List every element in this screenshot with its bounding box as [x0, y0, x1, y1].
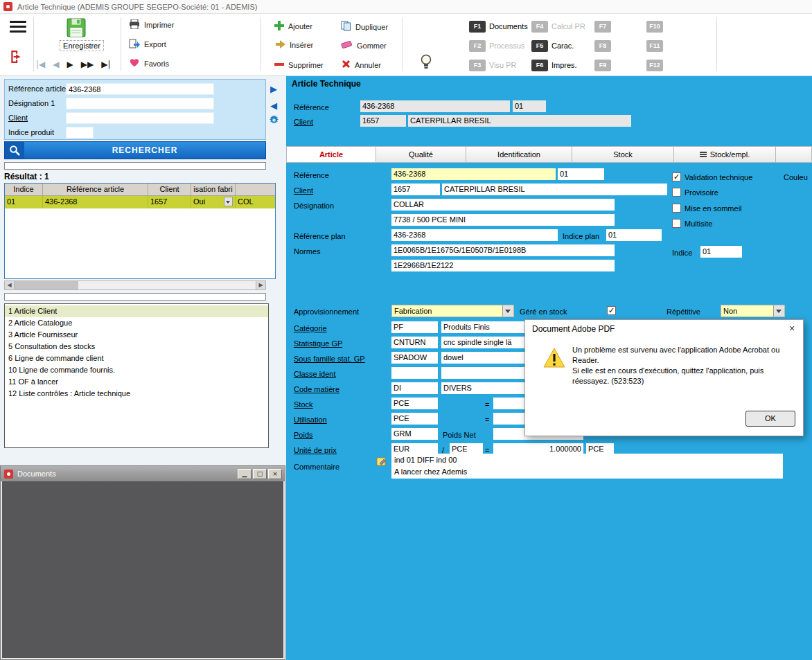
- scroll-right-icon[interactable]: ▶: [256, 281, 265, 289]
- fkey-f5[interactable]: F5: [531, 40, 548, 52]
- nav-last-button[interactable]: ▶|: [101, 60, 110, 69]
- utilisation-link[interactable]: Utilisation: [294, 414, 327, 426]
- fkey-f12[interactable]: F12: [646, 60, 663, 71]
- fkey-f7[interactable]: F7: [594, 21, 611, 33]
- dialog-close-icon[interactable]: ×: [781, 320, 803, 337]
- couleur-label[interactable]: Couleu: [784, 172, 808, 184]
- fkey-f10[interactable]: F10: [646, 21, 663, 33]
- sous-famille-link[interactable]: Sous famille stat. GP: [294, 353, 365, 365]
- cell-extra[interactable]: COL: [236, 196, 275, 208]
- ok-button[interactable]: OK: [745, 411, 795, 427]
- cell-fabrication-combo[interactable]: Oui: [191, 196, 236, 208]
- nav-fast-button[interactable]: ▶▶: [81, 60, 94, 69]
- results-hscrollbar[interactable]: ◀ ▶: [4, 280, 266, 290]
- menu-icon[interactable]: [10, 21, 28, 35]
- search-indice-input[interactable]: [66, 127, 94, 139]
- sous-famille-code-field[interactable]: SPADOW: [391, 352, 438, 364]
- search-button[interactable]: RECHERCHER: [4, 141, 266, 159]
- list-item[interactable]: 11 OF à lancer: [5, 376, 268, 388]
- categorie-code-field[interactable]: PF: [391, 321, 438, 333]
- validation-checkbox[interactable]: ✓: [672, 172, 681, 181]
- scroll-left-icon[interactable]: ◀: [5, 281, 15, 289]
- col-fabrication[interactable]: isation fabri: [191, 184, 236, 196]
- appro-combo[interactable]: Fabrication: [391, 305, 514, 317]
- gere-stock-checkbox[interactable]: ✓: [607, 306, 616, 315]
- scroll-thumb[interactable]: [15, 281, 78, 289]
- cell-indice[interactable]: 01: [5, 196, 43, 208]
- top-client-name-field[interactable]: CATERPILLAR BRESIL: [408, 115, 631, 127]
- splitter-strip[interactable]: [4, 293, 266, 301]
- note-icon[interactable]: [376, 456, 387, 468]
- dropdown-arrow-icon[interactable]: [224, 197, 233, 206]
- top-client-code-field[interactable]: 1657: [360, 115, 406, 127]
- dropdown-arrow-icon[interactable]: [773, 305, 784, 316]
- list-item[interactable]: 6 Ligne de commande client: [5, 353, 268, 364]
- print-button[interactable]: Imprimer: [129, 19, 174, 30]
- col-reference[interactable]: Référence article: [43, 184, 148, 196]
- splitter-strip[interactable]: [4, 162, 266, 170]
- form-normes2-field[interactable]: 1E2966B/1E2122: [391, 260, 615, 271]
- top-client-link[interactable]: Client: [294, 116, 313, 128]
- list-item[interactable]: 5 Consultation des stocks: [5, 341, 268, 353]
- search-client-input[interactable]: [66, 112, 214, 124]
- export-button[interactable]: Export: [129, 39, 166, 50]
- save-icon[interactable]: [67, 18, 86, 39]
- form-indice-plan-field[interactable]: 01: [606, 229, 662, 241]
- form-designation1-field[interactable]: COLLAR: [391, 199, 615, 211]
- commentaire-field[interactable]: ind 01 DIFF ind 00 A lancer chez Ademis: [391, 454, 783, 479]
- classe-ident-link[interactable]: Classe ident: [294, 368, 336, 380]
- unite-prix-link[interactable]: Unité de prix: [294, 445, 337, 456]
- categorie-link[interactable]: Catégorie: [294, 323, 327, 335]
- minimize-icon[interactable]: ▁: [238, 469, 251, 479]
- search-client-link[interactable]: Client: [8, 112, 28, 124]
- exit-icon[interactable]: [9, 50, 23, 65]
- close-icon[interactable]: ×: [268, 469, 282, 479]
- dropdown-arrow-icon[interactable]: [502, 305, 513, 316]
- save-button[interactable]: Enregistrer: [53, 42, 111, 50]
- cell-client[interactable]: 1657: [148, 196, 191, 208]
- indice-field[interactable]: 01: [700, 246, 742, 258]
- form-reference-field[interactable]: 436-2368: [391, 168, 556, 180]
- maximize-icon[interactable]: □: [253, 469, 267, 479]
- list-item[interactable]: 10 Ligne de commande fournis.: [5, 364, 268, 376]
- delete-button[interactable]: Supprimer: [274, 60, 324, 71]
- code-matiere-link[interactable]: Code matière: [294, 384, 339, 395]
- cell-reference[interactable]: 436-2368: [43, 196, 148, 208]
- documents-titlebar[interactable]: Documents ▁ □ ×: [1, 466, 285, 481]
- form-client-code-field[interactable]: 1657: [391, 184, 440, 195]
- duplicate-button[interactable]: Dupliquer: [341, 21, 388, 33]
- search-designation-input[interactable]: [66, 98, 214, 109]
- tab-stock[interactable]: Stock: [572, 146, 674, 163]
- form-client-link[interactable]: Client: [294, 185, 313, 197]
- list-item[interactable]: 1 Article Client: [5, 305, 268, 317]
- dialog-titlebar[interactable]: Document Adobe PDF: [525, 320, 803, 338]
- erase-button[interactable]: Gommer: [341, 40, 387, 51]
- form-designation2-field[interactable]: 7738 / 500 PCE MINI: [391, 214, 615, 226]
- col-extra[interactable]: [236, 184, 275, 196]
- stock-link[interactable]: Stock: [294, 399, 313, 411]
- form-plan-field[interactable]: 436-2368: [391, 229, 558, 241]
- stock-unit-field[interactable]: PCE: [391, 398, 438, 409]
- fkey-f2[interactable]: F2: [469, 40, 486, 52]
- nav-first-button[interactable]: |◀: [36, 60, 45, 69]
- collapse-left-icon[interactable]: ◀: [270, 101, 277, 111]
- multisite-checkbox[interactable]: [672, 219, 681, 228]
- provisoire-checkbox[interactable]: [672, 188, 681, 197]
- favorites-button[interactable]: Favoris: [129, 58, 169, 69]
- utilisation-unit-field[interactable]: PCE: [391, 413, 438, 425]
- fkey-f6[interactable]: F6: [531, 60, 548, 71]
- col-client[interactable]: Client: [148, 184, 191, 196]
- fkey-f9[interactable]: F9: [594, 60, 611, 71]
- tab-stock-empl[interactable]: Stock/empl.: [674, 146, 776, 163]
- lightbulb-icon[interactable]: [420, 54, 432, 72]
- list-item[interactable]: 12 Liste contrôles : Article technique: [5, 388, 268, 400]
- sommeil-checkbox[interactable]: [672, 204, 681, 213]
- col-indice[interactable]: Indice: [5, 184, 43, 196]
- fkey-f8[interactable]: F8: [594, 40, 611, 52]
- nav-next-button[interactable]: ▶: [67, 60, 73, 69]
- statistique-code-field[interactable]: CNTURN: [391, 337, 438, 348]
- form-normes1-field[interactable]: 1E0065B/1E1675G/1E0507B/1E0198B: [391, 244, 615, 256]
- fkey-f1[interactable]: F1: [469, 21, 486, 33]
- list-item[interactable]: 3 Article Fournisseur: [5, 329, 268, 341]
- tab-qualite[interactable]: Qualité: [376, 146, 466, 163]
